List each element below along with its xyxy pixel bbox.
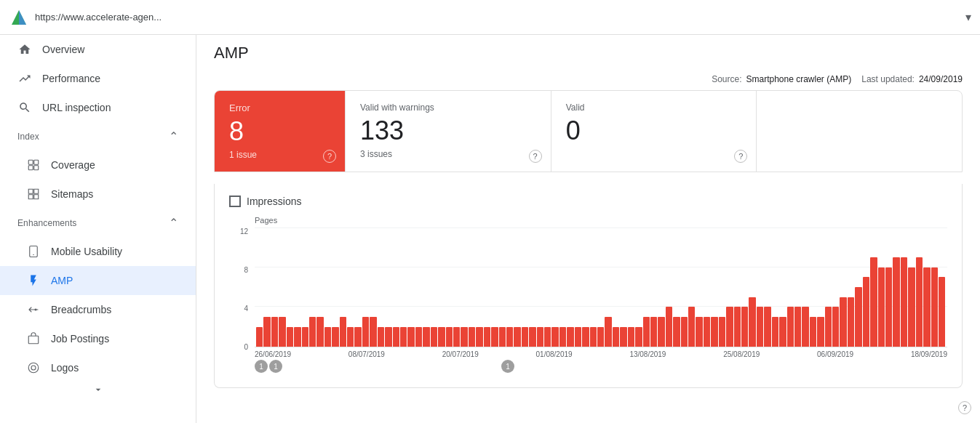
valid-help-icon[interactable]: ?	[734, 150, 747, 163]
bar	[848, 297, 854, 347]
impressions-label: Impressions	[247, 196, 301, 207]
chart-header: Impressions	[229, 196, 947, 207]
sidebar-item-logos[interactable]: Logos	[0, 353, 196, 382]
error-help-icon[interactable]: ?	[323, 150, 336, 163]
y-axis: 12 8 4 0	[229, 227, 251, 351]
mobile-usability-label: Mobile Usability	[51, 246, 122, 257]
bar	[810, 317, 816, 347]
job-postings-label: Job Postings	[51, 333, 109, 345]
x-label-6: 25/08/2019	[723, 350, 760, 358]
top-bar: https://www.accelerate-agen... ▾	[0, 0, 980, 35]
bar	[772, 317, 778, 347]
bar	[893, 257, 899, 347]
bar	[354, 327, 361, 347]
bar	[499, 327, 506, 347]
bar	[741, 307, 748, 347]
bar	[757, 307, 763, 347]
url-inspection-label: URL inspection	[42, 102, 111, 113]
sitemaps-label: Sitemaps	[51, 188, 93, 200]
top-bar-url: https://www.accelerate-agen...	[35, 12, 960, 23]
bar	[681, 317, 688, 347]
warnings-value: 133	[360, 116, 536, 146]
bar	[567, 327, 573, 347]
bar	[779, 317, 786, 347]
main-layout: Overview Performance URL inspection Inde…	[0, 35, 980, 423]
search-icon	[17, 100, 32, 115]
bar	[453, 327, 460, 347]
sidebar-item-breadcrumbs[interactable]: Breadcrumbs	[0, 295, 196, 324]
warnings-help-icon[interactable]: ?	[529, 150, 542, 163]
y-axis-title: Pages	[255, 216, 947, 225]
valid-stat-card: Valid 0 ?	[551, 91, 757, 172]
bar	[711, 317, 717, 347]
bar	[726, 307, 733, 347]
svg-rect-9	[28, 336, 39, 344]
sitemaps-icon	[26, 187, 41, 201]
sidebar-item-mobile-usability[interactable]: Mobile Usability	[0, 237, 196, 266]
bar	[885, 267, 892, 347]
bars-container	[255, 227, 947, 347]
annotation-badge-2[interactable]: 1	[269, 360, 282, 373]
mobile-icon	[26, 244, 41, 259]
bar	[431, 327, 437, 347]
sidebar-item-sitemaps[interactable]: Sitemaps	[0, 180, 196, 209]
svg-rect-5	[34, 166, 39, 170]
annotation-badge-1[interactable]: 1	[255, 360, 268, 373]
bar	[529, 327, 535, 347]
annotation-group-1: 1 1	[255, 360, 282, 373]
svg-rect-2	[28, 160, 33, 164]
bar	[279, 317, 285, 347]
enhancements-label: Enhancements	[17, 218, 77, 228]
last-updated-label: Last updated:	[861, 74, 915, 84]
bar	[309, 317, 316, 347]
bar	[863, 277, 869, 347]
bar	[537, 327, 543, 347]
bar	[817, 317, 824, 347]
bar	[870, 257, 877, 347]
source-help-icon[interactable]: ?	[958, 401, 971, 414]
sidebar-item-job-postings[interactable]: Job Postings	[0, 324, 196, 353]
annotation-badge-3[interactable]: 1	[501, 360, 514, 373]
bar	[559, 327, 566, 347]
valid-value: 0	[566, 116, 742, 146]
svg-rect-3	[34, 160, 39, 164]
source-bar: Source: Smartphone crawler (AMP) ? Last …	[196, 68, 980, 90]
performance-icon	[17, 71, 32, 86]
sidebar-item-coverage[interactable]: Coverage	[0, 150, 196, 180]
annotation-group-2: 1	[501, 360, 514, 373]
bar	[643, 317, 650, 347]
bar	[575, 327, 581, 347]
y-label-8: 8	[244, 266, 251, 274]
top-bar-chevron[interactable]: ▾	[965, 10, 971, 24]
enhancements-section-header[interactable]: Enhancements ⌃	[0, 209, 196, 237]
amp-icon	[26, 273, 41, 288]
bar	[696, 317, 702, 347]
bar	[734, 307, 741, 347]
page-title: AMP	[196, 35, 980, 68]
impressions-checkbox[interactable]	[229, 196, 241, 207]
sidebar-item-performance[interactable]: Performance	[0, 64, 196, 93]
index-section-header[interactable]: Index ⌃	[0, 122, 196, 150]
bar	[666, 307, 672, 347]
x-label-7: 06/09/2019	[817, 350, 853, 358]
bar	[438, 327, 445, 347]
warnings-label: Valid with warnings	[360, 102, 536, 113]
valid-label: Valid	[566, 102, 742, 113]
bar	[931, 267, 938, 347]
bar	[605, 317, 611, 347]
bar	[916, 257, 923, 347]
bar	[704, 317, 710, 347]
sidebar-item-amp[interactable]: AMP	[0, 266, 196, 295]
bar	[582, 327, 589, 347]
sidebar-item-url-inspection[interactable]: URL inspection	[0, 93, 196, 122]
bar	[658, 317, 664, 347]
bar	[514, 327, 520, 347]
bar	[551, 327, 558, 347]
bar	[415, 327, 422, 347]
logos-icon	[26, 360, 41, 375]
error-label: Error	[229, 102, 330, 113]
x-label-8: 18/09/2019	[911, 350, 947, 358]
bar	[491, 327, 498, 347]
sidebar-item-overview[interactable]: Overview	[0, 35, 196, 64]
bar	[923, 267, 930, 347]
